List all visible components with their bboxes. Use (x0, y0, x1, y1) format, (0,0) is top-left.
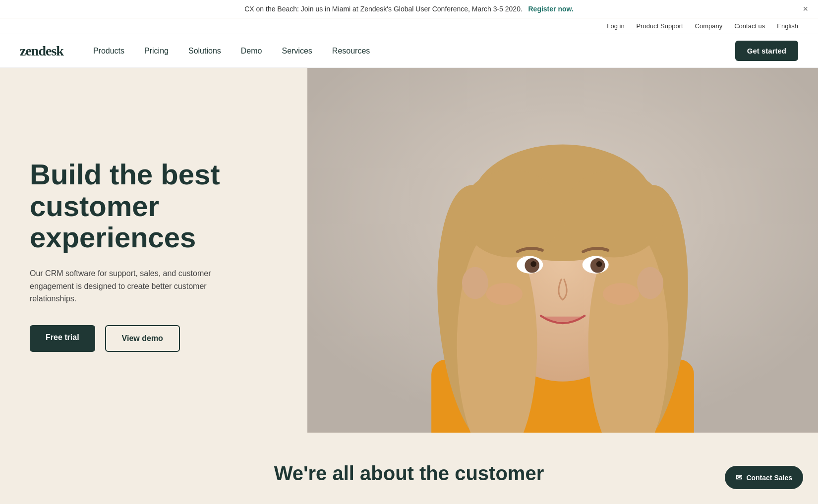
banner-close-button[interactable]: × (803, 4, 808, 14)
contact-sales-button[interactable]: ✉ Contact Sales (725, 466, 803, 489)
nav-products[interactable]: Products (93, 47, 124, 55)
nav-login[interactable]: Log in (607, 22, 624, 30)
banner-text: CX on the Beach: Join us in Miami at Zen… (244, 5, 523, 13)
hero-background (307, 68, 818, 433)
nav-demo[interactable]: Demo (241, 47, 262, 55)
main-nav-links: Products Pricing Solutions Demo Services… (93, 47, 735, 56)
nav-resources[interactable]: Resources (332, 47, 370, 55)
hero-subtitle: Our CRM software for support, sales, and… (30, 267, 218, 305)
hero-title: Build the best customer experiences (30, 159, 278, 253)
main-navigation: zendesk Products Pricing Solutions Demo … (0, 34, 818, 68)
nav-language[interactable]: English (777, 22, 798, 30)
hero-person-illustration (307, 68, 818, 433)
hero-content: Build the best customer experiences Our … (0, 68, 307, 433)
contact-sales-label: Contact Sales (746, 474, 792, 482)
nav-product-support[interactable]: Product Support (637, 22, 683, 30)
nav-services[interactable]: Services (282, 47, 312, 55)
hero-section: Build the best customer experiences Our … (0, 68, 818, 433)
tab-sales[interactable]: SALES (415, 500, 480, 504)
top-navigation: Log in Product Support Company Contact u… (0, 18, 818, 34)
svg-point-22 (637, 267, 663, 299)
below-hero-section: We're all about the customer SUPPORT SAL… (0, 433, 818, 504)
free-trial-button[interactable]: Free trial (30, 325, 95, 352)
svg-point-17 (530, 261, 536, 267)
svg-point-19 (486, 283, 523, 305)
hero-buttons: Free trial View demo (30, 325, 278, 352)
tab-support[interactable]: SUPPORT (338, 500, 415, 504)
logo[interactable]: zendesk (20, 43, 63, 59)
nav-solutions[interactable]: Solutions (188, 47, 221, 55)
svg-point-12 (563, 170, 665, 258)
view-demo-button[interactable]: View demo (105, 325, 180, 352)
nav-contact-us[interactable]: Contact us (734, 22, 765, 30)
hero-image (307, 68, 818, 433)
svg-point-20 (603, 283, 640, 305)
below-hero-heading: We're all about the customer (20, 462, 798, 485)
svg-point-18 (596, 261, 602, 267)
nav-company[interactable]: Company (695, 22, 723, 30)
banner-link[interactable]: Register now. (528, 5, 574, 13)
tabs-row: SUPPORT SALES (20, 500, 798, 504)
top-banner: CX on the Beach: Join us in Miami at Zen… (0, 0, 818, 18)
nav-pricing[interactable]: Pricing (144, 47, 169, 55)
svg-point-11 (461, 170, 563, 258)
envelope-icon: ✉ (736, 473, 742, 482)
svg-point-21 (462, 267, 488, 299)
get-started-button[interactable]: Get started (735, 41, 798, 61)
